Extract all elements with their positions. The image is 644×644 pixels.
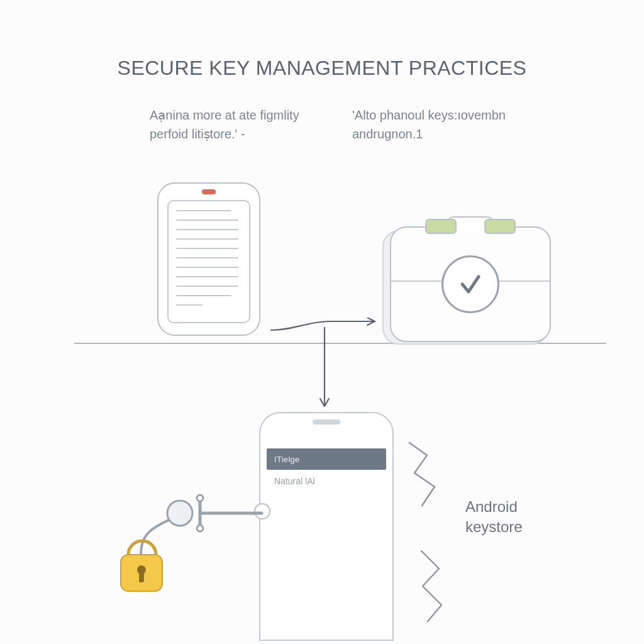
check-icon <box>456 270 485 299</box>
svg-point-4 <box>197 525 203 531</box>
caption-right-line2: andrugnon.1 <box>352 125 560 143</box>
caption-left-line1: Aạnina more at ate figmlity <box>150 106 326 125</box>
svg-rect-8 <box>139 572 144 582</box>
key-and-padlock <box>107 484 270 591</box>
caption-right: 'Alto phanoul keys:ıovembn andrugnon.1 <box>352 106 560 143</box>
keystore-label-line2: keystore <box>465 517 523 537</box>
document-phone-icon <box>157 182 260 336</box>
keystore-label: Android keystore <box>465 497 523 538</box>
briefcase-icon <box>390 226 551 342</box>
briefcase-latch-left <box>425 219 457 234</box>
caption-right-line1: 'Alto phanoul keys:ıovembn <box>352 106 560 125</box>
svg-point-5 <box>167 501 192 526</box>
arrow-down-icon <box>312 327 337 415</box>
briefcase-latch-right <box>484 219 516 234</box>
check-badge <box>441 255 499 313</box>
crack-mark-lower <box>409 547 459 625</box>
caption-left-line2: perfoid litiṣtore.' - <box>150 125 326 143</box>
keystore-label-line1: Android <box>465 497 523 517</box>
crack-mark-upper <box>406 440 456 512</box>
phone-led <box>202 189 216 194</box>
briefcase-body <box>390 226 551 342</box>
diagram-title: SECURE KEY MANAGEMENT PRACTICES <box>0 57 644 80</box>
phone-header-bar: ITielge <box>267 448 386 470</box>
phone-header-label: ITielge <box>274 455 300 464</box>
svg-point-3 <box>197 495 203 501</box>
phone-screen <box>167 200 250 323</box>
phone-notch <box>313 419 340 425</box>
document-lines <box>176 210 242 314</box>
caption-left: Aạnina more at ate figmlity perfoid liti… <box>150 106 326 143</box>
